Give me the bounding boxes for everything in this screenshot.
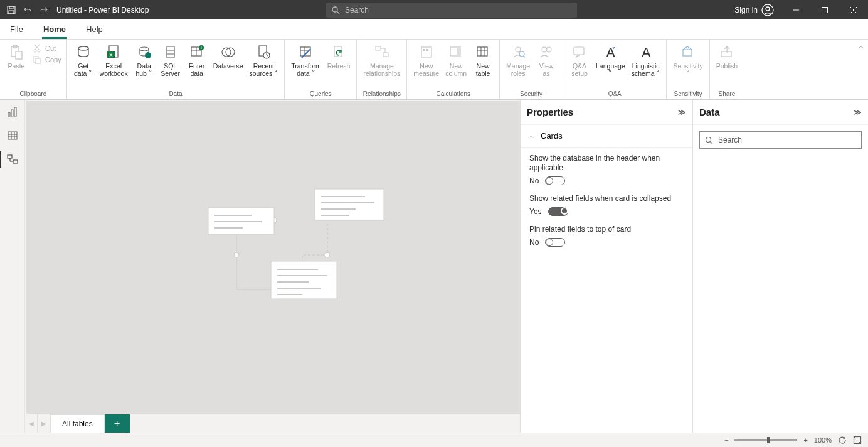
tab-home[interactable]: Home xyxy=(33,19,76,39)
title-bar: Untitled - Power BI Desktop Search Sign … xyxy=(0,0,868,19)
data-view-icon[interactable] xyxy=(6,129,19,143)
zoom-out-icon[interactable]: − xyxy=(724,436,728,444)
group-label-queries: Queries xyxy=(288,89,352,99)
tab-next-icon[interactable]: ▶ xyxy=(38,414,50,433)
svg-rect-81 xyxy=(208,208,274,234)
sensitivity-icon xyxy=(679,43,697,61)
properties-pane: Properties ≫ ︿ Cards Show the database i… xyxy=(520,100,692,433)
svg-line-4 xyxy=(337,11,339,14)
svg-point-96 xyxy=(706,137,711,142)
language-button[interactable]: AZLanguage˅ xyxy=(593,42,628,78)
ribbon-group-qa: Q&Asetup AZLanguage˅ ALinguisticschema ˅… xyxy=(563,40,667,99)
status-bar: − + 100% xyxy=(0,433,868,447)
cut-button[interactable]: Cut xyxy=(31,43,63,53)
sql-server-button[interactable]: SQLServer xyxy=(158,42,183,78)
get-data-icon xyxy=(75,43,92,61)
transform-data-button[interactable]: Transformdata ˅ xyxy=(288,42,323,78)
svg-rect-68 xyxy=(8,112,10,116)
model-canvas[interactable] xyxy=(26,101,520,414)
new-column-button[interactable]: Newcolumn xyxy=(443,42,469,78)
data-hub-button[interactable]: Datahub ˅ xyxy=(132,42,157,78)
group-label-sensitivity: Sensitivity xyxy=(670,89,705,99)
tab-all-tables[interactable]: All tables xyxy=(50,414,105,433)
dataverse-button[interactable]: Dataverse xyxy=(211,42,246,71)
svg-line-97 xyxy=(711,141,713,144)
svg-point-56 xyxy=(516,47,521,52)
publish-button[interactable]: Publish xyxy=(714,42,740,71)
svg-rect-90 xyxy=(271,261,337,299)
refresh-button[interactable]: Refresh xyxy=(325,42,353,71)
redo-icon[interactable] xyxy=(39,5,49,15)
qa-icon xyxy=(571,43,588,61)
recent-sources-button[interactable]: Recentsources ˅ xyxy=(247,42,281,78)
sql-icon xyxy=(162,43,179,61)
menu-tabs: File Home Help xyxy=(0,19,868,40)
toggle-show-database[interactable] xyxy=(545,176,565,185)
undo-icon[interactable] xyxy=(23,5,33,15)
qa-setup-button[interactable]: Q&Asetup xyxy=(567,42,592,78)
svg-rect-48 xyxy=(423,49,425,51)
toggle-show-related[interactable] xyxy=(548,207,568,216)
zoom-slider[interactable] xyxy=(734,439,797,441)
svg-point-80 xyxy=(325,252,330,257)
svg-point-6 xyxy=(766,7,770,11)
new-measure-button[interactable]: Newmeasure xyxy=(411,42,442,78)
enter-data-button[interactable]: +Enterdata xyxy=(184,42,209,78)
svg-point-5 xyxy=(762,4,773,16)
manage-relationships-button[interactable]: Managerelationships xyxy=(361,42,403,78)
data-search-input[interactable]: Search xyxy=(699,131,862,149)
excel-button[interactable]: XExcelworkbook xyxy=(97,42,130,78)
svg-line-58 xyxy=(524,56,525,57)
excel-icon: X xyxy=(105,43,122,61)
tab-file[interactable]: File xyxy=(0,19,33,39)
close-button[interactable] xyxy=(839,0,868,19)
model-card[interactable] xyxy=(315,189,384,220)
svg-text:+: + xyxy=(200,46,203,50)
svg-point-14 xyxy=(34,50,36,52)
zoom-in-icon[interactable]: + xyxy=(803,436,807,444)
maximize-button[interactable] xyxy=(810,0,839,19)
data-title: Data xyxy=(699,107,720,117)
roles-icon xyxy=(509,43,527,61)
tab-prev-icon[interactable]: ◀ xyxy=(25,414,38,433)
sensitivity-button[interactable]: Sensitivity˅ xyxy=(670,42,705,78)
fit-to-page-icon[interactable] xyxy=(853,436,862,444)
toggle-value: No xyxy=(529,176,539,185)
collapse-ribbon-icon[interactable]: ︿ xyxy=(858,42,864,51)
collapse-data-icon[interactable]: ≫ xyxy=(854,108,862,117)
enter-data-icon: + xyxy=(188,43,206,61)
view-as-button[interactable]: Viewas xyxy=(534,42,559,78)
ribbon-group-data: Getdata ˅ XExcelworkbook Datahub ˅ SQLSe… xyxy=(67,40,285,99)
search-icon xyxy=(705,136,713,144)
svg-line-17 xyxy=(34,45,39,50)
section-cards[interactable]: ︿ Cards xyxy=(521,125,692,148)
group-label-security: Security xyxy=(504,89,559,99)
global-search-input[interactable]: Search xyxy=(326,3,577,18)
model-view-icon[interactable] xyxy=(6,153,19,166)
ribbon: ︿ Paste Cut Copy Clipboard Getdata ˅ XEx… xyxy=(0,40,868,100)
get-data-button[interactable]: Getdata ˅ xyxy=(71,42,96,78)
report-view-icon[interactable] xyxy=(6,105,19,119)
publish-icon xyxy=(718,43,736,61)
svg-rect-47 xyxy=(421,47,431,57)
add-tab-button[interactable]: + xyxy=(105,414,130,433)
refresh-status-icon[interactable] xyxy=(838,436,847,444)
svg-rect-66 xyxy=(721,51,731,57)
new-table-button[interactable]: Newtable xyxy=(470,42,495,78)
manage-roles-button[interactable]: Manageroles xyxy=(504,42,532,78)
tab-help[interactable]: Help xyxy=(76,19,113,39)
svg-rect-26 xyxy=(167,46,174,58)
paste-button[interactable]: Paste xyxy=(4,42,29,71)
collapse-properties-icon[interactable]: ≫ xyxy=(678,108,686,117)
sign-in-button[interactable]: Sign in xyxy=(727,4,781,16)
save-icon[interactable] xyxy=(6,5,16,15)
minimize-button[interactable] xyxy=(781,0,810,19)
model-card[interactable] xyxy=(208,208,274,234)
linguistic-schema-button[interactable]: ALinguisticschema ˅ xyxy=(629,42,663,78)
toggle-pin-related[interactable] xyxy=(545,238,565,247)
copy-button[interactable]: Copy xyxy=(31,55,63,65)
ribbon-group-sensitivity: Sensitivity˅ Sensitivity xyxy=(667,40,709,99)
chevron-up-icon: ︿ xyxy=(528,132,534,141)
model-card[interactable] xyxy=(271,261,337,299)
svg-rect-61 xyxy=(574,47,584,55)
